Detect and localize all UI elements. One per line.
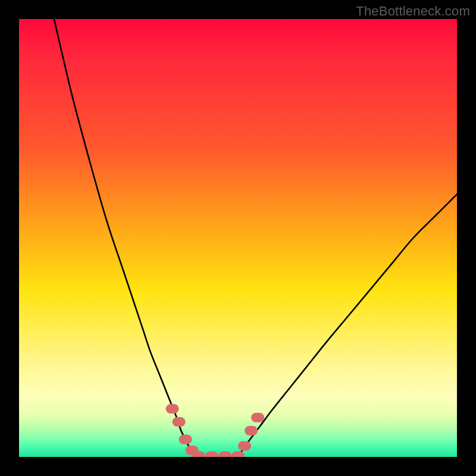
- curve-marker: [238, 441, 251, 451]
- right-curve-path: [238, 194, 457, 457]
- curve-marker: [231, 452, 245, 457]
- plot-area: [19, 19, 457, 457]
- chart-frame: TheBottleneck.com: [0, 0, 476, 476]
- curve-marker: [166, 404, 179, 414]
- curve-marker: [218, 452, 231, 457]
- watermark-text: TheBottleneck.com: [356, 4, 470, 19]
- curve-marker: [205, 452, 218, 457]
- chart-svg: [19, 19, 457, 457]
- curve-marker: [251, 413, 264, 422]
- left-curve-path: [54, 19, 199, 457]
- curve-marker: [173, 417, 186, 427]
- curve-marker: [245, 426, 258, 436]
- curve-marker: [179, 435, 192, 444]
